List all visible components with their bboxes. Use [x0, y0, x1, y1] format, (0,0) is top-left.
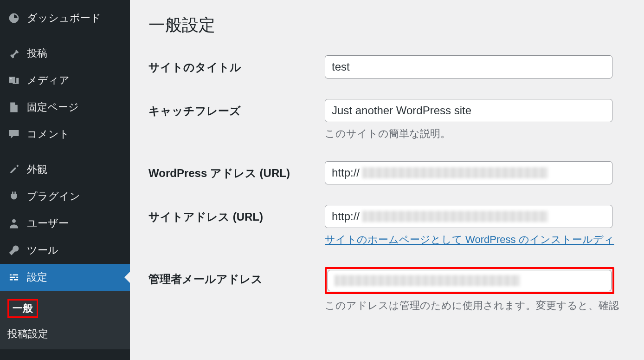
field-row-site-title: サイトのタイトル [148, 55, 644, 79]
sidebar-item-dashboard[interactable]: ダッシュボード [0, 5, 130, 32]
dashboard-icon [7, 12, 20, 25]
sidebar-item-tools[interactable]: ツール [0, 237, 130, 264]
page-title: 一般設定 [148, 14, 644, 37]
redacted-value [362, 211, 548, 222]
tagline-help: このサイトの簡単な説明。 [325, 127, 644, 141]
admin-sidebar: ダッシュボード 投稿 メディア 固定ページ コメント 外観 プラグイン ユーザー… [0, 0, 130, 360]
wp-url-input[interactable]: http:// [325, 161, 612, 184]
site-url-label: サイトアドレス (URL) [148, 205, 325, 224]
sidebar-item-label: メディア [27, 73, 70, 87]
admin-email-help: このアドレスは管理のために使用されます。変更すると、確認 [325, 299, 644, 313]
highlight-annotation: 一般 [7, 299, 38, 318]
main-content: 一般設定 サイトのタイトル キャッチフレーズ このサイトの簡単な説明。 Word… [130, 0, 644, 360]
page-icon [7, 101, 20, 114]
plugin-icon [7, 190, 20, 203]
svg-point-1 [12, 219, 16, 223]
sidebar-item-label: 固定ページ [27, 100, 79, 114]
sidebar-item-users[interactable]: ユーザー [0, 210, 130, 237]
submenu-item-general[interactable]: 一般 [0, 295, 130, 322]
field-row-tagline: キャッチフレーズ このサイトの簡単な説明。 [148, 99, 644, 141]
settings-icon [7, 271, 20, 284]
site-url-help-link[interactable]: サイトのホームページとして WordPress のインストールディ [325, 233, 614, 247]
tagline-label: キャッチフレーズ [148, 99, 325, 118]
appearance-icon [7, 163, 20, 176]
user-icon [7, 217, 20, 230]
redacted-value [335, 275, 520, 286]
field-row-wp-url: WordPress アドレス (URL) http:// [148, 161, 644, 184]
pin-icon [7, 47, 20, 60]
settings-submenu: 一般 投稿設定 [0, 291, 130, 349]
admin-email-label: 管理者メールアドレス [148, 267, 325, 287]
site-title-label: サイトのタイトル [148, 55, 325, 75]
sidebar-item-posts[interactable]: 投稿 [0, 40, 130, 67]
admin-email-input[interactable] [328, 270, 612, 291]
sidebar-item-label: ツール [27, 243, 58, 257]
field-row-admin-email: 管理者メールアドレス このアドレスは管理のために使用されます。変更すると、確認 [148, 267, 644, 313]
sidebar-item-label: コメント [27, 127, 70, 141]
site-title-input[interactable] [325, 55, 612, 79]
sidebar-item-label: 外観 [27, 163, 47, 177]
sidebar-item-label: 投稿 [27, 46, 47, 60]
media-icon [7, 74, 20, 87]
tool-icon [7, 244, 20, 257]
wp-url-label: WordPress アドレス (URL) [148, 161, 325, 181]
sidebar-item-pages[interactable]: 固定ページ [0, 94, 130, 121]
submenu-item-writing[interactable]: 投稿設定 [0, 322, 130, 346]
field-row-site-url: サイトアドレス (URL) http:// サイトのホームページとして Word… [148, 205, 644, 247]
tagline-input[interactable] [325, 99, 612, 122]
sidebar-item-media[interactable]: メディア [0, 67, 130, 94]
svg-point-0 [10, 78, 12, 79]
comment-icon [7, 128, 20, 141]
redacted-value [362, 167, 548, 178]
sidebar-item-comments[interactable]: コメント [0, 121, 130, 148]
sidebar-item-appearance[interactable]: 外観 [0, 156, 130, 183]
sidebar-item-label: プラグイン [27, 190, 80, 203]
sidebar-item-settings[interactable]: 設定 [0, 264, 130, 291]
site-url-input[interactable]: http:// [325, 205, 612, 228]
sidebar-item-label: ユーザー [27, 216, 69, 230]
sidebar-item-plugins[interactable]: プラグイン [0, 183, 130, 210]
sidebar-item-label: ダッシュボード [27, 11, 101, 25]
sidebar-item-label: 設定 [27, 270, 47, 284]
highlight-annotation [325, 267, 614, 294]
